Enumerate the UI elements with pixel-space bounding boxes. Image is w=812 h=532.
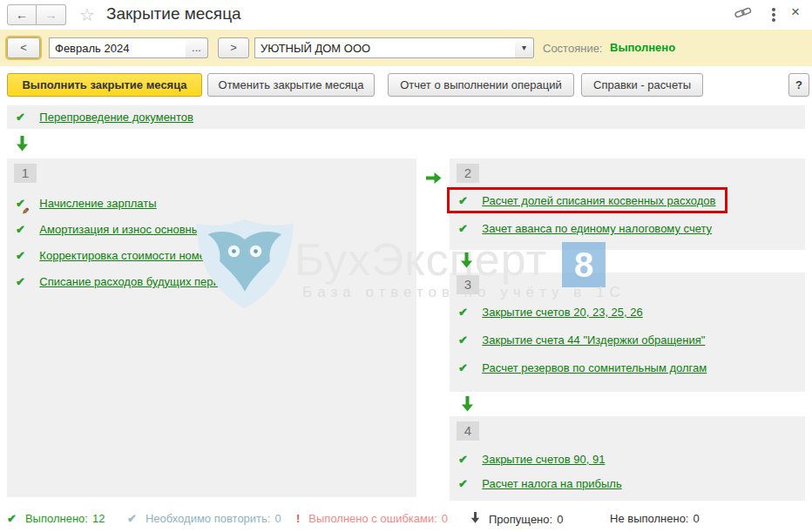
command-bar: Выполнить закрытие месяца Отменить закры… (0, 66, 812, 105)
check-icon: ✔ (458, 194, 468, 207)
operation-row: ✔ Закрытие счета 44 "Издержки обращения" (458, 328, 705, 351)
operations-report-button[interactable]: Отчет о выполнении операций (388, 73, 574, 97)
month-closing-window: ← → ☆ Закрытие месяца × < ... > ▾ Состоя… (0, 0, 812, 532)
window-header: ← → ☆ Закрытие месяца × (0, 0, 812, 30)
more-menu-icon[interactable] (772, 8, 775, 11)
previous-period-button[interactable]: < (7, 37, 40, 58)
repost-documents-strip: ✔ Перепроведение документов (7, 105, 805, 129)
status-done-value: 12 (92, 512, 105, 525)
next-period-button[interactable]: > (218, 37, 249, 58)
operation-link-income-tax[interactable]: Расчет налога на прибыль (482, 477, 621, 490)
help-button[interactable]: ? (788, 73, 809, 97)
operation-row: ✔ Зачет аванса по единому налоговому сче… (458, 216, 712, 240)
operation-row: ✔ Списание расходов будущих периодов (16, 270, 244, 293)
stage-3-panel: 3 ✔ Закрытие счетов 20, 23, 25, 26 ✔ Зак… (450, 273, 805, 392)
stage-1-panel: 1 ✔✎ Начисление зарплаты ✔ Амортизация и… (7, 158, 416, 497)
stage-1-badge: 1 (14, 164, 37, 183)
forward-button[interactable]: → (37, 4, 66, 25)
operation-row: ✔ Расчет налога на прибыль (458, 472, 622, 495)
status-errors-label: Выполнено с ошибками: (308, 512, 437, 525)
operation-row: ✔ Расчет долей списания косвенных расход… (458, 188, 716, 212)
stage-2-badge: 2 (457, 164, 479, 183)
operation-row: ✔ Расчет резервов по сомнительным долгам (458, 356, 707, 379)
status-not-done-value: 0 (693, 512, 699, 525)
check-icon: ✔ (458, 333, 468, 347)
operation-link-cost-adjustment[interactable]: Корректировка стоимости номенклатуры (39, 249, 254, 262)
down-arrow-icon (470, 512, 480, 526)
stage-2-panel: 2 ✔ Расчет долей списания косвенных расх… (450, 158, 805, 250)
back-button[interactable]: ← (7, 4, 37, 25)
organization-input[interactable] (254, 37, 516, 58)
check-icon: ✔ (458, 306, 468, 319)
check-icon: ✔ (16, 223, 25, 236)
operation-row: ✔ Корректировка стоимости номенклатуры (16, 244, 255, 266)
status-done: ✔ Выполнено: 12 (7, 512, 105, 525)
flow-down-arrow (16, 136, 29, 155)
check-icon: ✔ (458, 477, 468, 490)
operation-link-tax-advance[interactable]: Зачет аванса по единому налоговому счету (482, 222, 712, 235)
check-icon: ✔ (16, 275, 25, 288)
period-toolbar: < ... > ▾ Состояние: Выполнено (0, 30, 812, 66)
organization-dropdown-icon[interactable]: ▾ (515, 37, 534, 58)
nav-history-group: ← → (7, 4, 66, 25)
exclamation-icon: ! (296, 512, 300, 525)
status-not-done-label: Не выполнено: (610, 512, 688, 525)
state-value: Выполнено (610, 41, 675, 54)
operation-link-deferred-expenses[interactable]: Списание расходов будущих периодов (39, 275, 244, 288)
operation-row: ✔ Закрытие счетов 90, 91 (458, 448, 605, 470)
flow-down-arrow (461, 396, 474, 415)
run-closing-button[interactable]: Выполнить закрытие месяца (7, 73, 202, 97)
check-icon: ✔ (16, 111, 25, 124)
status-skipped: Пропущено: 0 (470, 512, 563, 526)
favorite-star-icon[interactable]: ☆ (79, 4, 95, 25)
flow-down-arrow (460, 253, 473, 272)
check-icon: ✔ (458, 361, 468, 374)
operation-link-depreciation[interactable]: Амортизация и износ основных средств (39, 223, 249, 236)
cancel-closing-button[interactable]: Отменить закрытие месяца (207, 73, 375, 97)
operation-link-indirect-costs[interactable]: Расчет долей списания косвенных расходов (482, 194, 715, 207)
check-icon: ✔ (127, 512, 137, 525)
check-icon: ✔ (458, 222, 468, 235)
check-icon: ✔ (16, 249, 25, 262)
operation-link-doubtful-debts[interactable]: Расчет резервов по сомнительным долгам (482, 361, 707, 374)
repost-documents-link[interactable]: Перепроведение документов (39, 111, 193, 124)
operation-row: ✔ Амортизация и износ основных средств (16, 218, 250, 240)
stage-4-panel: 4 ✔ Закрытие счетов 90, 91 ✔ Расчет нало… (450, 416, 805, 501)
status-skipped-label: Пропущено: (489, 513, 552, 526)
page-title: Закрытие месяца (106, 4, 241, 24)
status-repeat: ✔ Необходимо повторить: 0 (127, 512, 281, 525)
state-label: Состояние: (543, 42, 602, 55)
status-errors-value: 0 (442, 512, 448, 525)
status-done-label: Выполнено: (25, 512, 88, 525)
status-not-done: Не выполнено: 0 (610, 512, 700, 525)
operation-row: ✔ Закрытие счетов 20, 23, 25, 26 (458, 300, 643, 323)
status-repeat-label: Необходимо повторить: (145, 512, 271, 525)
stage-4-badge: 4 (457, 421, 479, 441)
operation-link-close-90-91[interactable]: Закрытие счетов 90, 91 (482, 453, 605, 466)
status-bar: ✔ Выполнено: 12 ✔ Необходимо повторить: … (0, 508, 812, 532)
stage-3-badge: 3 (457, 275, 479, 294)
operation-link-close-44[interactable]: Закрытие счета 44 "Издержки обращения" (482, 333, 705, 347)
close-icon[interactable]: × (791, 3, 800, 21)
operation-link-salary[interactable]: Начисление зарплаты (39, 197, 156, 210)
flow-right-arrow (426, 172, 442, 188)
status-skipped-value: 0 (557, 513, 563, 526)
period-picker-button[interactable]: ... (186, 37, 208, 58)
check-icon: ✔ (458, 453, 468, 466)
references-calculations-button[interactable]: Справки - расчеты (581, 73, 703, 97)
status-repeat-value: 0 (274, 512, 281, 525)
check-edited-icon: ✔✎ (16, 197, 25, 210)
get-link-icon[interactable] (734, 6, 752, 24)
operation-row: ✔✎ Начисление зарплаты (16, 192, 157, 214)
status-errors: ! Выполнено с ошибками: 0 (296, 512, 448, 525)
period-input[interactable] (49, 37, 186, 58)
repost-row: ✔ Перепроведение документов (16, 105, 193, 128)
operation-link-close-20-23-25-26[interactable]: Закрытие счетов 20, 23, 25, 26 (482, 306, 642, 319)
check-icon: ✔ (7, 512, 17, 525)
